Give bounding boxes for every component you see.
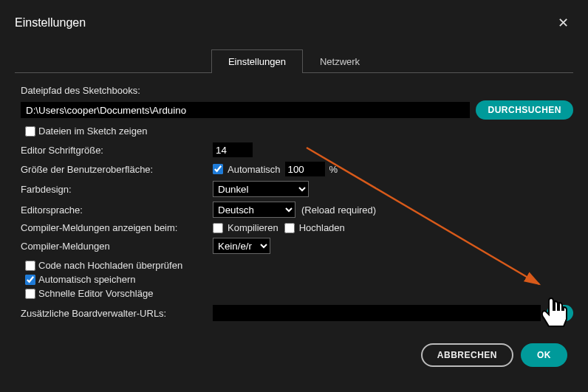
theme-label: Farbdesign: [21, 184, 207, 195]
verify-after-checkbox[interactable] [25, 261, 35, 271]
board-urls-label: Zusätzliche Boardverwalter-URLs: [21, 308, 207, 319]
percent-label: % [329, 164, 338, 175]
font-size-input[interactable] [213, 142, 253, 157]
cancel-button[interactable]: ABBRECHEN [421, 343, 513, 367]
upload-checkbox[interactable] [284, 223, 295, 233]
browse-button[interactable]: DURCHSUCHEN [476, 100, 573, 120]
ui-scale-label: Größe der Benutzeroberfläche: [21, 164, 207, 175]
autosave-checkbox[interactable] [25, 275, 35, 285]
lang-label: Editorsprache: [21, 204, 207, 216]
tab-settings[interactable]: Einstellungen [211, 49, 303, 73]
board-urls-input[interactable] [213, 305, 541, 321]
reload-note: (Reload required) [301, 204, 376, 216]
show-files-label: Dateien im Sketch zeigen [38, 125, 147, 137]
svg-rect-0 [557, 310, 562, 315]
sketchbook-path-label: Dateipfad des Sketchbooks: [21, 85, 140, 96]
ok-button[interactable]: OK [521, 343, 567, 367]
dialog-title: Einstellungen [15, 16, 86, 30]
quick-suggest-checkbox[interactable] [25, 289, 35, 299]
expand-icon [555, 308, 565, 318]
tab-bar: Einstellungen Netzwerk [15, 49, 573, 73]
compile-label: Kompilieren [228, 222, 278, 233]
theme-select[interactable]: Dunkel [213, 181, 309, 197]
ui-scale-auto-label: Automatisch [228, 164, 281, 175]
upload-label: Hochladen [299, 222, 345, 233]
quick-suggest-label: Schnelle Editor Vorschläge [38, 288, 153, 299]
show-files-checkbox[interactable] [25, 126, 35, 137]
ui-scale-auto-checkbox[interactable] [213, 164, 223, 174]
expand-urls-button[interactable] [547, 305, 573, 321]
compiler-show-label: Compiler-Meldungen anzeigen beim: [21, 222, 207, 233]
verify-after-label: Code nach Hochladen überprüfen [38, 260, 182, 271]
compiler-msgs-label: Compiler-Meldungen [21, 241, 207, 252]
ui-scale-input[interactable] [285, 162, 325, 176]
autosave-label: Automatisch speichern [38, 274, 136, 285]
lang-select[interactable]: Deutsch [213, 202, 295, 218]
compiler-msgs-select[interactable]: Kein/e/r [213, 238, 270, 254]
close-icon[interactable]: ✕ [553, 12, 573, 34]
svg-rect-1 [558, 312, 564, 317]
sketchbook-path-input[interactable] [21, 102, 470, 118]
compile-checkbox[interactable] [213, 223, 223, 233]
font-size-label: Editor Schriftgröße: [21, 145, 207, 156]
tab-network[interactable]: Netzwerk [303, 49, 377, 73]
